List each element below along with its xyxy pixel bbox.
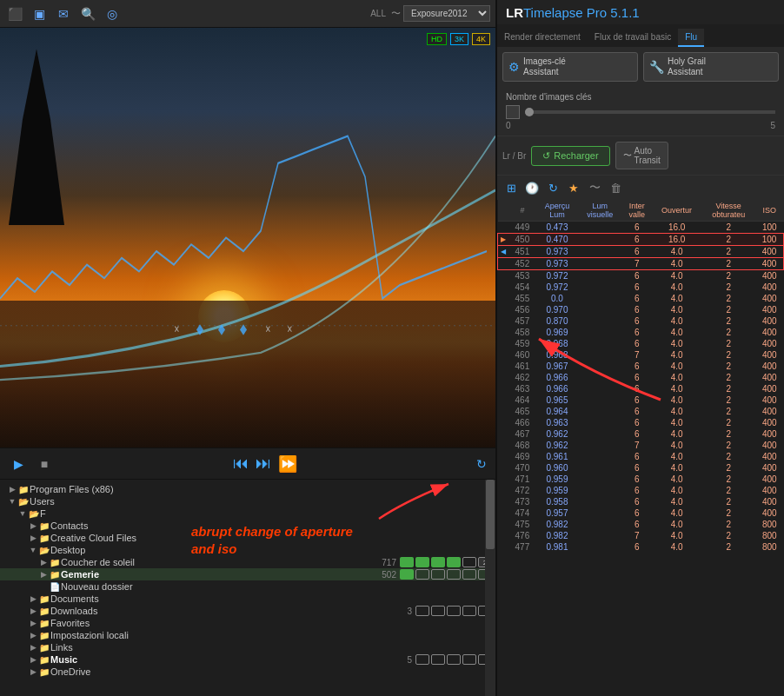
stop-button[interactable]: ■ <box>35 454 54 474</box>
tool-icon-2[interactable]: ▣ <box>30 4 49 23</box>
table-row[interactable]: 463 0.966 6 4.0 2 400 <box>498 383 784 394</box>
row-num: 467 <box>508 428 536 440</box>
table-row[interactable]: 461 0.967 6 4.0 2 400 <box>498 361 784 372</box>
tool-icon-email[interactable]: ✉ <box>54 4 73 23</box>
tab-render[interactable]: Render directement <box>497 29 588 47</box>
tab-flux[interactable]: Flux de travail basic <box>588 29 678 47</box>
badge-o2 <box>431 606 445 616</box>
tree-item-documents[interactable]: ▶ 📁 Documents <box>0 593 495 605</box>
tree-item-onedrive[interactable]: ▶ 📁 OneDrive <box>0 666 495 678</box>
folder-icon: 📁 <box>49 558 61 567</box>
folder-icon: 📁 <box>38 667 50 677</box>
table-row[interactable]: 475 0.982 6 4.0 2 800 <box>498 519 784 530</box>
holy-grail-btn[interactable]: 🔧 Holy GrailAssistant <box>643 52 779 82</box>
table-row[interactable]: 457 0.870 6 4.0 2 400 <box>498 315 784 327</box>
table-row[interactable]: 472 0.959 6 4.0 2 400 <box>498 485 784 496</box>
table-row[interactable]: 469 0.961 6 4.0 2 400 <box>498 451 784 462</box>
tree-item-links[interactable]: ▶ 📁 Links <box>0 641 495 653</box>
slider-handle[interactable] <box>525 108 534 116</box>
row-apercu: 0.0 <box>536 293 578 304</box>
tree-item-coucher[interactable]: ▶ 📁 Coucher de soleil 717 2 <box>0 556 495 568</box>
tool-icon-1[interactable]: ⬛ <box>5 4 24 23</box>
table-row[interactable]: 471 0.959 6 4.0 2 400 <box>498 474 784 485</box>
tbl-wave-icon[interactable]: 〜 <box>586 179 603 196</box>
tab-flu[interactable]: Flu <box>678 29 704 47</box>
row-marker <box>498 440 509 451</box>
table-row[interactable]: 459 0.968 6 4.0 2 400 <box>498 338 784 349</box>
table-row[interactable]: 466 0.963 6 4.0 2 400 <box>498 417 784 428</box>
tree-item-downloads[interactable]: ▶ 📁 Downloads 3 <box>0 605 495 617</box>
nav-prev[interactable]: ⏮ <box>233 454 249 473</box>
tool-icon-circle[interactable]: ◎ <box>103 4 122 23</box>
row-lum-visuelle <box>578 474 621 485</box>
row-intervalle: 6 <box>622 496 652 507</box>
table-row[interactable]: 465 0.964 6 4.0 2 400 <box>498 406 784 417</box>
table-row[interactable]: 455 0.0 6 4.0 2 400 <box>498 293 784 304</box>
row-intervalle: 6 <box>622 361 652 372</box>
exposure-dropdown[interactable]: Exposure2012 <box>403 5 490 22</box>
auto-button[interactable]: 〜 AutoTransit <box>615 142 668 169</box>
row-iso: 400 <box>755 507 784 519</box>
table-row[interactable]: 460 0.968 7 4.0 2 400 <box>498 349 784 361</box>
tree-arrow: ▼ <box>7 497 17 506</box>
row-marker <box>498 406 509 417</box>
row-lum-visuelle <box>578 315 621 327</box>
row-lum-visuelle <box>578 246 621 258</box>
row-marker <box>498 474 509 485</box>
toolbar-all-label: ALL <box>370 9 386 18</box>
table-row[interactable]: 462 0.966 6 4.0 2 400 <box>498 372 784 383</box>
slider-track[interactable] <box>525 110 775 114</box>
row-num: 466 <box>508 417 536 428</box>
tree-item-gemerie[interactable]: ▶ 📁 Gemerie 502 <box>0 568 495 580</box>
tbl-clock-icon[interactable]: 🕐 <box>523 179 541 196</box>
table-row[interactable]: 456 0.970 6 4.0 2 400 <box>498 304 784 315</box>
tbl-refresh-icon[interactable]: ↻ <box>544 179 561 196</box>
table-row[interactable]: 452 0.973 7 4.0 2 400 <box>498 258 784 270</box>
row-iso: 400 <box>755 270 784 282</box>
row-ouverture: 4.0 <box>652 496 701 507</box>
slider-row <box>506 105 775 119</box>
table-row[interactable]: 467 0.962 6 4.0 2 400 <box>498 428 784 440</box>
table-row[interactable]: 470 0.960 6 4.0 2 400 <box>498 462 784 474</box>
row-intervalle: 6 <box>622 428 652 440</box>
table-row[interactable]: 453 0.972 6 4.0 2 400 <box>498 270 784 282</box>
tool-icon-search[interactable]: 🔍 <box>78 4 97 23</box>
table-row[interactable]: ◀ 451 0.973 6 4.0 2 400 <box>498 246 784 258</box>
tree-item-music[interactable]: ▶ 📁 Music 5 <box>0 653 495 666</box>
tree-item-nouveau[interactable]: 📄 Nouveau dossier <box>0 580 495 593</box>
table-row[interactable]: 474 0.957 6 4.0 2 400 <box>498 507 784 519</box>
table-row[interactable]: ▶ 450 0.470 6 16.0 2 100 <box>498 234 784 246</box>
tree-arrow: ▶ <box>28 643 38 652</box>
reload-button[interactable]: ↺ Recharger <box>531 146 609 166</box>
badge <box>462 654 476 665</box>
table-row[interactable]: 449 0.473 6 16.0 2 100 <box>498 222 784 234</box>
tree-item-impostazioni[interactable]: ▶ 📁 Impostazioni locali <box>0 629 495 641</box>
table-row[interactable]: 476 0.982 7 4.0 2 800 <box>498 530 784 541</box>
images-cle-label: Images-cléAssistant <box>523 56 566 77</box>
row-lum-visuelle <box>578 222 621 234</box>
data-table[interactable]: # AperçuLum Lumvisuelle Intervalle Ouver… <box>497 200 784 696</box>
table-row[interactable]: 464 0.965 6 4.0 2 400 <box>498 394 784 406</box>
tbl-trash-icon[interactable]: 🗑 <box>607 179 624 196</box>
tree-label: Nouveau dossier <box>61 581 495 592</box>
tbl-star-icon[interactable]: ★ <box>565 179 582 196</box>
right-panel: LR Timelapse Pro 5.1.1 Render directemen… <box>495 0 784 696</box>
tree-badges <box>415 606 492 616</box>
nav-end[interactable]: ⏩ <box>278 454 297 474</box>
tree-badges <box>415 654 492 665</box>
app-title-lr: LR <box>506 5 523 20</box>
images-cle-btn[interactable]: ⚙ Images-cléAssistant <box>502 52 638 82</box>
table-row[interactable]: 454 0.972 6 4.0 2 400 <box>498 282 784 293</box>
slider-checkbox[interactable] <box>506 105 520 119</box>
table-row[interactable]: 477 0.981 6 4.0 2 800 <box>498 541 784 553</box>
row-vitesse: 2 <box>701 304 755 315</box>
table-row[interactable]: 458 0.969 6 4.0 2 400 <box>498 327 784 338</box>
tbl-grid-icon[interactable]: ⊞ <box>502 179 520 196</box>
lrbr-row: Lr / Br ↺ Recharger 〜 AutoTransit <box>497 136 784 175</box>
tree-item-favorites[interactable]: ▶ 📁 Favorites <box>0 617 495 629</box>
nav-next[interactable]: ⏭ <box>256 454 271 473</box>
play-button[interactable]: ▶ <box>9 454 28 474</box>
refresh-button[interactable]: ↻ <box>476 457 487 471</box>
table-row[interactable]: 468 0.962 7 4.0 2 400 <box>498 440 784 451</box>
table-row[interactable]: 473 0.958 6 4.0 2 400 <box>498 496 784 507</box>
